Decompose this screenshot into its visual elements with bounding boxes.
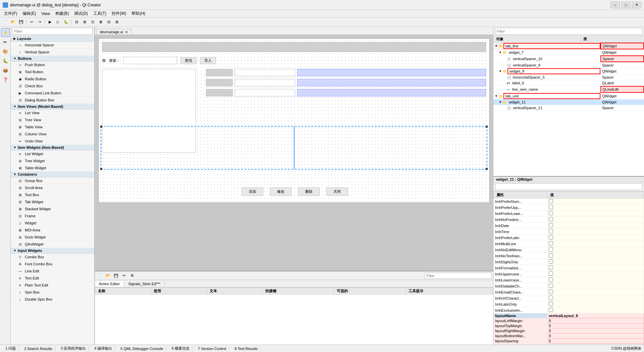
- sidebar-icon-design[interactable]: 🎨: [1, 47, 10, 56]
- widget-item-command-link[interactable]: ▶ Command Link Button: [11, 90, 94, 97]
- prop-value-17[interactable]: [547, 301, 644, 307]
- status-item-6[interactable]: 7 Version Control: [195, 346, 229, 351]
- close-button[interactable]: ✕: [632, 2, 641, 8]
- widget-item-widget[interactable]: □ Widget: [11, 220, 94, 227]
- tree-row-tab-line[interactable]: ▼ 📁 tab_line QWidget: [493, 43, 644, 50]
- sidebar-icon-edit[interactable]: ✏: [1, 38, 10, 46]
- expand-arrow[interactable]: ▼: [495, 94, 499, 98]
- widget-item-undo-view[interactable]: ↩ Undo View: [11, 138, 94, 145]
- prop-checkbox-3[interactable]: [549, 217, 553, 221]
- prop-checkbox-4[interactable]: [549, 223, 553, 227]
- toolbar-layout6[interactable]: ⊞: [113, 18, 120, 26]
- widget-item-qax-widget[interactable]: ⊡ QAxWidget: [11, 241, 94, 248]
- right-filter-input[interactable]: [495, 28, 642, 35]
- toolbar-new[interactable]: 📄: [1, 18, 9, 26]
- close-btn[interactable]: 关闭: [326, 187, 348, 196]
- tree-row-vspacer11[interactable]: ⬜ verticalSpacer_11 Spacer: [493, 105, 644, 111]
- status-item-2[interactable]: 3 应用程序输出: [58, 346, 89, 351]
- widget-item-table-view[interactable]: ⊞ Table View: [11, 124, 94, 131]
- widget-item-mdi-area[interactable]: ⊞ MDI Area: [11, 227, 94, 234]
- import-button[interactable]: 导入: [200, 57, 216, 64]
- widget-filter-input[interactable]: [12, 28, 93, 35]
- bottom-tb-btn3[interactable]: 💾: [112, 272, 120, 279]
- prop-value-4[interactable]: [547, 223, 644, 229]
- widget-item-check-box[interactable]: ☑ Check Box: [11, 83, 94, 90]
- search-input-field[interactable]: [123, 57, 177, 64]
- design-canvas[interactable]: 搜 搜索： 查找 导入: [98, 38, 490, 203]
- menu-controls[interactable]: 控件(W): [109, 10, 129, 17]
- prop-checkbox-15[interactable]: [549, 290, 553, 294]
- status-item-4[interactable]: 5 QML Debugger Console: [118, 346, 166, 351]
- props-filter-input[interactable]: [495, 183, 642, 190]
- expand-arrow[interactable]: ▼: [495, 44, 499, 48]
- widget-item-table-widget[interactable]: ⊞ Table Widget: [11, 165, 94, 172]
- category-layouts[interactable]: ▶ Layouts: [11, 36, 94, 42]
- toolbar-save[interactable]: 💾: [17, 18, 25, 26]
- prop-value-13[interactable]: [547, 277, 644, 283]
- prop-value-12[interactable]: [547, 271, 644, 277]
- widget-item-plain-text-edit[interactable]: ≡ Plain Text Edit: [11, 282, 94, 289]
- prop-value-5[interactable]: [547, 229, 644, 235]
- prop-value-9[interactable]: [547, 253, 644, 259]
- prop-value-3[interactable]: [547, 217, 644, 223]
- form-input-1[interactable]: [235, 69, 295, 76]
- toolbar-run[interactable]: ▷: [54, 18, 62, 26]
- widget-item-column-view[interactable]: ⊟ Column View: [11, 131, 94, 138]
- widget-item-tool-box[interactable]: ⊞ Tool Box: [11, 191, 94, 199]
- prop-checkbox-6[interactable]: [549, 235, 553, 239]
- status-item-7[interactable]: 8 Test Results: [232, 346, 261, 351]
- add-button[interactable]: 添加: [242, 187, 263, 196]
- menu-file[interactable]: 文件(F): [1, 10, 20, 17]
- prop-value-2[interactable]: [547, 211, 644, 217]
- bottom-filter-input[interactable]: [425, 273, 492, 279]
- status-item-1[interactable]: 2 Search Results: [21, 346, 55, 351]
- widget-item-radio-button[interactable]: ◉ Radio Button: [11, 76, 94, 83]
- tree-row-linewirename[interactable]: — line_wire_name QLineEdit: [493, 86, 644, 93]
- toolbar-build[interactable]: ▶: [46, 18, 54, 26]
- prop-value-0[interactable]: [547, 199, 644, 205]
- search-button[interactable]: 查找: [180, 57, 197, 64]
- prop-checkbox-0[interactable]: [549, 199, 553, 203]
- widget-item-spin-box[interactable]: ↕ Spin Box: [11, 289, 94, 296]
- prop-checkbox-7[interactable]: [549, 241, 553, 246]
- prop-checkbox-2[interactable]: [549, 211, 553, 215]
- prop-checkbox-18[interactable]: [549, 308, 553, 312]
- widget-item-list-widget[interactable]: ≡ List Widget: [11, 150, 94, 158]
- category-item-views[interactable]: ▼ Item Views (Model-Based): [11, 104, 94, 109]
- prop-value-6[interactable]: [547, 235, 644, 241]
- prop-value-16[interactable]: [547, 295, 644, 301]
- prop-value-14[interactable]: [547, 283, 644, 289]
- edit-button[interactable]: 修改: [270, 187, 291, 196]
- widget-item-push-button[interactable]: □ Push Button: [11, 61, 94, 69]
- menu-build[interactable]: 构建(B): [53, 10, 71, 17]
- prop-checkbox-16[interactable]: [549, 296, 553, 300]
- category-containers[interactable]: ▼ Containers: [11, 172, 94, 177]
- category-item-widgets[interactable]: ▼ Item Widgets (Item-Based): [11, 145, 94, 150]
- widget-item-line-edit[interactable]: — Line Edit: [11, 268, 94, 275]
- expand-arrow[interactable]: ▼: [499, 70, 503, 73]
- sidebar-icon-help[interactable]: ❓: [1, 75, 10, 84]
- prop-checkbox-11[interactable]: [549, 265, 553, 270]
- prop-checkbox-8[interactable]: [549, 247, 553, 252]
- prop-value-7[interactable]: [547, 241, 644, 247]
- menu-tools[interactable]: 工具(T): [91, 10, 109, 17]
- tree-row-vspacer10[interactable]: ⬜ verticalSpacer_10 Spacer: [493, 55, 644, 62]
- toolbar-undo[interactable]: ↩: [28, 18, 35, 26]
- toolbar-layout5[interactable]: ⊟: [105, 18, 112, 26]
- tree-row-widget7[interactable]: ▼ 📁 widget_7 QWidget: [493, 50, 644, 55]
- menu-help[interactable]: 帮助(H): [129, 10, 148, 17]
- bottom-tb-btn1[interactable]: 📄: [96, 272, 104, 279]
- widget-item-dock-widget[interactable]: ⊟ Dock Widget: [11, 234, 94, 241]
- tree-row-widget11[interactable]: ▼ 📁 widget_11 QWidget: [493, 99, 644, 105]
- widget-item-stacked-widget[interactable]: ⊞ Stacked Widget: [11, 206, 94, 213]
- file-tab-devmanage[interactable]: devmanage.ui ✕: [96, 29, 131, 35]
- toolbar-debug[interactable]: 🐛: [62, 18, 70, 26]
- widget-item-list-view[interactable]: ≡ List View: [11, 109, 94, 117]
- widget-item-group-box[interactable]: ⊡ Group Box: [11, 177, 94, 184]
- tree-row-tabunit[interactable]: ▼ 📁 tab_unit QWidget: [493, 93, 644, 99]
- minimize-button[interactable]: ─: [610, 2, 620, 8]
- category-input-widgets[interactable]: ▼ Input Widgets: [11, 248, 94, 254]
- sidebar-icon-debug[interactable]: 🐛: [1, 56, 10, 65]
- prop-value-8[interactable]: [547, 247, 644, 253]
- bottom-tb-btn5[interactable]: ⚙: [128, 272, 136, 279]
